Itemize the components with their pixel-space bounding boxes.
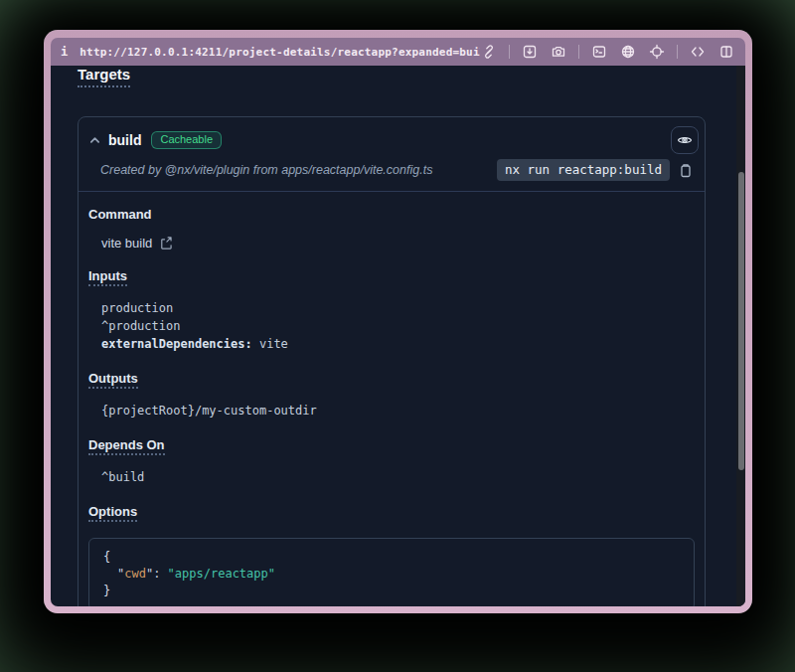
created-by-text: Created by @nx/vite/plugin from apps/rea… <box>100 163 497 177</box>
inputs-section-heading[interactable]: Inputs <box>88 269 127 286</box>
json-open-brace: { <box>103 549 680 566</box>
view-build-eye-button[interactable] <box>671 126 699 154</box>
address-url[interactable]: http://127.0.0.1:4211/project-details/re… <box>80 46 480 59</box>
target-name-build[interactable]: build <box>108 132 141 148</box>
chevron-up-icon[interactable] <box>86 132 102 148</box>
outputs-section-heading[interactable]: Outputs <box>88 372 138 389</box>
build-card-header: build Cacheable Created by @nx/vite/plug… <box>79 117 705 192</box>
terminal-icon[interactable] <box>590 43 608 61</box>
json-cwd-line: "cwd": "apps/reactapp" <box>103 566 680 583</box>
targets-heading: Targets <box>78 66 130 87</box>
input-item: externalDependencies: vite <box>101 335 695 353</box>
link-icon[interactable] <box>480 43 498 61</box>
options-json-box: { "cwd": "apps/reactapp" } <box>88 538 695 606</box>
scrollbar-thumb[interactable] <box>738 172 744 470</box>
box-download-icon[interactable] <box>521 43 539 61</box>
crosshair-icon[interactable] <box>648 43 666 61</box>
cacheable-badge: Cacheable <box>151 131 222 149</box>
input-item: ^production <box>101 317 695 335</box>
options-section-heading[interactable]: Options <box>88 505 137 522</box>
toolbar-divider <box>677 45 678 59</box>
nx-run-command-chip[interactable]: nx run reactapp:build <box>497 159 670 181</box>
depends-on-item: ^build <box>101 468 695 486</box>
globe-icon[interactable] <box>619 43 637 61</box>
copy-icon[interactable] <box>679 163 693 178</box>
input-item: production <box>101 299 695 317</box>
split-view-icon[interactable] <box>717 43 735 61</box>
info-icon: i <box>61 45 68 59</box>
titlebar-toolbar <box>480 43 735 61</box>
target-card-build: build Cacheable Created by @nx/vite/plug… <box>78 116 706 606</box>
external-link-icon[interactable] <box>159 237 172 250</box>
browser-titlebar: i http://127.0.0.1:4211/project-details/… <box>51 38 745 66</box>
command-section-heading: Command <box>88 208 152 223</box>
depends-on-section-heading[interactable]: Depends On <box>88 438 165 455</box>
eye-icon <box>677 132 693 148</box>
build-card-body: Command vite build Inputs productio <box>79 192 705 606</box>
toolbar-divider <box>509 45 510 59</box>
output-item: {projectRoot}/my-custom-outdir <box>101 402 695 420</box>
desktop-background: i http://127.0.0.1:4211/project-details/… <box>0 0 795 672</box>
scrollbar-track[interactable] <box>736 66 745 606</box>
toolbar-divider <box>578 45 579 59</box>
command-value: vite build <box>101 236 152 251</box>
camera-icon[interactable] <box>550 43 567 61</box>
code-brackets-icon[interactable] <box>689 43 707 61</box>
browser-window: i http://127.0.0.1:4211/project-details/… <box>44 30 752 613</box>
project-details-page: Targets build Cacheable <box>51 66 736 606</box>
browser-viewport: Targets build Cacheable <box>51 66 745 606</box>
json-close-brace: } <box>103 583 680 599</box>
